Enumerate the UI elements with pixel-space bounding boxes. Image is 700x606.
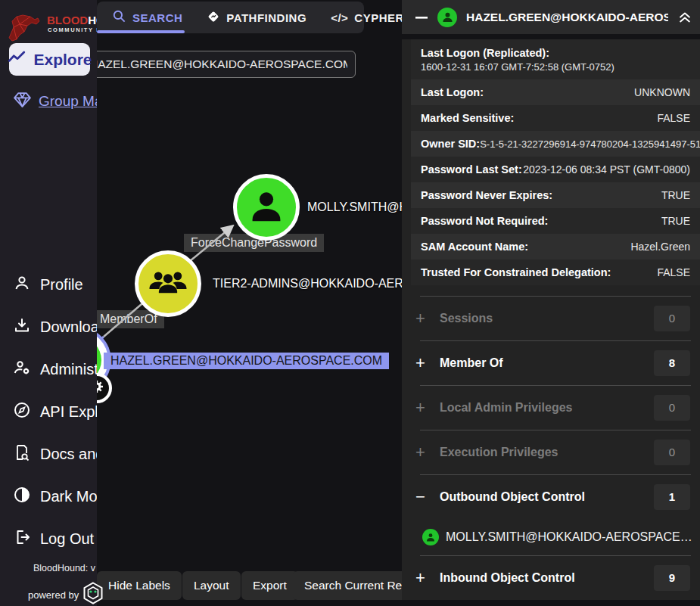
logout-icon: [13, 528, 31, 550]
property-value: 1600-12-31 16:07 GMT-7:52:58 (GMT-0752): [421, 61, 614, 73]
property-label: Marked Sensitive:: [421, 112, 514, 124]
pathfinding-icon: [207, 10, 220, 26]
panel-section-local-admin-privileges[interactable]: +Local Admin Privileges0: [402, 385, 700, 430]
section-count-badge: 0: [654, 395, 690, 421]
cypher-icon: </>: [331, 11, 348, 24]
panel-section-sessions[interactable]: +Sessions0: [402, 296, 700, 340]
property-value: Hazel.Green: [630, 241, 690, 253]
admin-person-gear-icon: [13, 359, 31, 381]
sidebar-item-dark-mode[interactable]: Dark Mode: [13, 486, 97, 508]
search-icon: [112, 9, 126, 26]
collapse-icon[interactable]: −: [415, 489, 435, 505]
property-value: S-1-5-21-3227296914-974780204-1325941497…: [480, 138, 700, 150]
section-label: Inbound Object Control: [440, 571, 654, 585]
sidebar-item-explore[interactable]: Explore: [9, 43, 90, 76]
property-label: Owner SID:: [421, 138, 480, 150]
property-row: Trusted For Constrained Delegation:FALSE: [411, 259, 700, 285]
section-label: Outbound Object Control: [440, 490, 654, 504]
explore-tabbar: SEARCH PATHFINDING </> CYPHER: [97, 2, 364, 33]
user-avatar: [437, 8, 457, 27]
section-count-badge: 0: [654, 440, 690, 465]
panel-section-execution-privileges[interactable]: +Execution Privileges0: [402, 430, 700, 474]
entity-info-panel: HAZEL.GREEN@HOKKAIDO-AEROSPACE.... Last …: [402, 0, 700, 606]
sidebar-item-profile[interactable]: Profile: [13, 274, 83, 296]
group-icon: [147, 261, 189, 306]
tab-search[interactable]: SEARCH: [100, 2, 194, 33]
trending-line-icon: [7, 49, 26, 70]
entity-panel-header: HAZEL.GREEN@HOKKAIDO-AEROSPACE....: [402, 0, 700, 34]
brand-name-white: HOUND: [88, 14, 97, 26]
property-row: Owner SID:S-1-5-21-3227296914-974780204-…: [411, 131, 700, 157]
property-label: Password Never Expires:: [421, 189, 552, 201]
panel-section-inbound-object-control[interactable]: +Inbound Object Control9: [402, 555, 700, 600]
download-icon: [13, 316, 31, 338]
property-label: Trusted For Constrained Delegation:: [421, 266, 611, 278]
property-row: Password Never Expires:TRUE: [411, 182, 700, 208]
expand-icon[interactable]: +: [415, 355, 435, 371]
graph-node-user-molly[interactable]: [233, 174, 300, 241]
section-label: Sessions: [440, 312, 654, 325]
property-row: Last Logon:UNKNOWN: [411, 79, 700, 105]
property-value: TRUE: [661, 215, 690, 227]
brand-subtitle: COMMUNITY EDITION: [48, 26, 97, 33]
section-entity-item[interactable]: MOLLY.SMITH@HOKKAIDO-AEROSPACE.COM: [402, 519, 700, 555]
entity-panel-content[interactable]: Last Logon (Replicated):1600-12-31 16:07…: [402, 39, 700, 600]
layout-button[interactable]: Layout: [182, 571, 241, 600]
property-value: TRUE: [661, 189, 690, 201]
expand-icon[interactable]: +: [415, 310, 435, 327]
section-count-badge: 1: [654, 484, 690, 510]
sidebar-item-api-explorer[interactable]: API Explorer: [13, 401, 97, 423]
expand-icon[interactable]: +: [415, 570, 435, 586]
property-label: Password Not Required:: [421, 215, 548, 227]
property-label: Last Logon (Replicated):: [421, 47, 549, 59]
graph-node-group-tier2[interactable]: [135, 250, 201, 317]
panel-section-member-of[interactable]: +Member Of8: [402, 340, 700, 385]
gem-icon: [13, 91, 32, 112]
powered-by-text: powered by: [28, 589, 79, 601]
person-icon: [13, 274, 31, 296]
brand-name-red: BLOOD: [47, 14, 88, 26]
property-row: Password Last Set:2023-12-06 08:34 PST (…: [411, 157, 700, 182]
panel-section-outbound-object-control[interactable]: −Outbound Object Control1: [402, 474, 700, 519]
version-text: BloodHound: v: [0, 563, 95, 573]
section-label: Member Of: [440, 356, 654, 370]
section-count-badge: 0: [654, 306, 690, 331]
entity-sections-list: +Sessions0+Member Of8+Local Admin Privil…: [402, 296, 700, 600]
property-label: Password Last Set:: [421, 163, 522, 176]
active-tab-indicator: [97, 30, 185, 33]
property-label: SAM Account Name:: [421, 241, 528, 253]
tab-pathfinding[interactable]: PATHFINDING: [194, 2, 319, 33]
sidebar-item-download-collectors[interactable]: Download Collectors: [13, 316, 97, 338]
property-row: SAM Account Name:Hazel.Green: [411, 234, 700, 259]
specterops-hex-logo: [82, 582, 104, 606]
sidebar-item-log-out[interactable]: Log Out: [13, 528, 94, 550]
property-row: Last Logon (Replicated):1600-12-31 16:07…: [411, 39, 700, 79]
expand-icon[interactable]: +: [415, 444, 435, 461]
user-avatar: [422, 529, 439, 545]
property-row: Password Not Required:TRUE: [411, 208, 700, 234]
property-value: UNKNOWN: [634, 86, 690, 98]
compass-icon: [13, 401, 31, 423]
object-information-list: Last Logon (Replicated):1600-12-31 16:07…: [411, 39, 700, 285]
property-value: FALSE: [657, 266, 690, 278]
sidebar: BLOODHOUND COMMUNITY EDITION Explore Gro…: [0, 0, 97, 606]
property-value: 2023-12-06 08:34 PST (GMT-0800): [523, 163, 690, 176]
search-input[interactable]: [76, 51, 356, 78]
doc-search-icon: [13, 443, 31, 465]
collapse-panel-button[interactable]: [415, 11, 428, 24]
property-row: Marked Sensitive:FALSE: [411, 105, 700, 131]
entity-item-label: MOLLY.SMITH@HOKKAIDO-AEROSPACE.COM: [446, 530, 695, 544]
section-count-badge: 9: [654, 565, 690, 591]
node-label-hazel-selected[interactable]: HAZEL.GREEN@HOKKAIDO-AEROSPACE.COM: [104, 353, 389, 369]
half-circle-icon: [13, 486, 31, 508]
export-button[interactable]: Export: [241, 571, 298, 600]
expand-all-chevrons-icon[interactable]: [677, 10, 692, 25]
expand-icon[interactable]: +: [415, 399, 435, 416]
section-count-badge: 8: [654, 350, 690, 376]
sidebar-item-administration[interactable]: Administration: [13, 359, 97, 381]
property-value: FALSE: [657, 112, 690, 124]
hide-labels-button[interactable]: Hide Labels: [97, 571, 182, 600]
sidebar-item-docs-and-community[interactable]: Docs and Community: [13, 443, 97, 465]
sidebar-item-group-management[interactable]: Group Management: [13, 91, 97, 112]
section-label: Local Admin Privileges: [440, 401, 654, 415]
